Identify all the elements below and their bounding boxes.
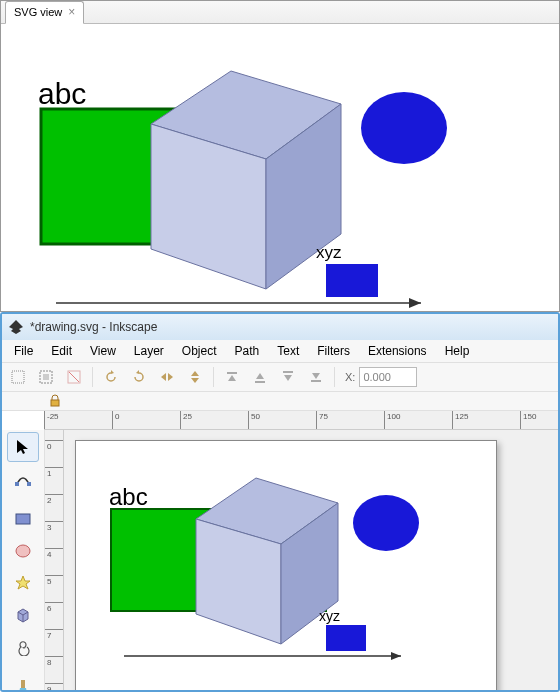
tool-rect[interactable] <box>7 504 39 534</box>
tab-strip: SVG view × <box>1 1 559 24</box>
tool-paint[interactable] <box>7 672 39 692</box>
flip-h-icon[interactable] <box>155 365 179 389</box>
cube <box>151 71 341 289</box>
svg-marker-12 <box>168 373 173 381</box>
lower-icon[interactable] <box>276 365 300 389</box>
rotate-cw-icon[interactable] <box>127 365 151 389</box>
lower-bottom-icon[interactable] <box>304 365 328 389</box>
svg-marker-11 <box>161 373 166 381</box>
svg-marker-10 <box>136 370 139 374</box>
inkscape-icon <box>8 319 24 335</box>
tool-3dbox[interactable] <box>7 600 39 630</box>
svg-marker-17 <box>256 373 264 379</box>
menu-layer[interactable]: Layer <box>126 342 172 360</box>
svg-rect-23 <box>51 400 59 406</box>
svg-rect-34 <box>21 680 25 688</box>
menu-object[interactable]: Object <box>174 342 225 360</box>
ruler-horizontal[interactable]: -25 0 25 50 75 100 125 150 <box>44 411 558 430</box>
select-layer-icon[interactable] <box>34 365 58 389</box>
svg-marker-21 <box>312 373 320 379</box>
toolbar: X: <box>2 363 558 392</box>
tool-node[interactable] <box>7 464 39 494</box>
menubar: File Edit View Layer Object Path Text Fi… <box>2 340 558 363</box>
menu-view[interactable]: View <box>82 342 124 360</box>
svg-page[interactable]: abc xyz <box>75 440 497 692</box>
svg-marker-29 <box>16 576 30 589</box>
svg-marker-16 <box>228 375 236 381</box>
svg-rect-26 <box>27 482 31 486</box>
menu-text[interactable]: Text <box>269 342 307 360</box>
svg-rect-6 <box>43 374 49 380</box>
svg-line-8 <box>69 372 79 382</box>
canvas-area[interactable]: 0 1 2 3 4 5 6 7 8 9 1 abc <box>45 430 558 692</box>
arrow-head <box>409 298 421 308</box>
lock-icon[interactable] <box>48 394 62 408</box>
tool-selector[interactable] <box>7 432 39 462</box>
small-blue-rect[interactable] <box>326 625 366 651</box>
svg-marker-14 <box>191 378 199 383</box>
deselect-icon[interactable] <box>62 365 86 389</box>
arrow-head[interactable] <box>391 652 401 660</box>
label-abc: abc <box>38 77 86 110</box>
menu-file[interactable]: File <box>6 342 41 360</box>
tab-svg-view[interactable]: SVG view × <box>5 1 84 24</box>
select-all-icon[interactable] <box>6 365 30 389</box>
svg-marker-13 <box>191 371 199 376</box>
tool-ellipse[interactable] <box>7 536 39 566</box>
menu-filters[interactable]: Filters <box>309 342 358 360</box>
svg-rect-27 <box>16 514 30 524</box>
rotate-ccw-icon[interactable] <box>99 365 123 389</box>
menu-extensions[interactable]: Extensions <box>360 342 435 360</box>
tab-label: SVG view <box>14 2 62 23</box>
svg-marker-3 <box>9 320 23 334</box>
menu-help[interactable]: Help <box>437 342 478 360</box>
svg-rect-25 <box>15 482 19 486</box>
raise-top-icon[interactable] <box>220 365 244 389</box>
svg-marker-20 <box>284 375 292 381</box>
blue-ellipse[interactable] <box>353 495 419 551</box>
small-blue-rect <box>326 264 378 297</box>
ruler-vertical[interactable]: 0 1 2 3 4 5 6 7 8 9 1 <box>45 430 64 692</box>
svg-marker-9 <box>111 370 114 374</box>
menu-edit[interactable]: Edit <box>43 342 80 360</box>
label-xyz: xyz <box>316 243 342 262</box>
blue-ellipse <box>361 92 447 164</box>
label-abc[interactable]: abc <box>109 483 148 510</box>
tool-spiral[interactable] <box>7 632 39 662</box>
svg-view-pane: SVG view × abc xyz <box>0 0 560 312</box>
menu-path[interactable]: Path <box>227 342 268 360</box>
label-xyz[interactable]: xyz <box>319 608 340 624</box>
toolbox <box>2 430 45 692</box>
svg-canvas-top: abc xyz <box>1 24 559 314</box>
flip-v-icon[interactable] <box>183 365 207 389</box>
svg-rect-4 <box>12 371 24 383</box>
coord-x-label: X: <box>345 371 355 383</box>
coord-x-input[interactable] <box>359 367 417 387</box>
cube[interactable] <box>196 478 338 644</box>
svg-marker-24 <box>17 440 28 454</box>
svg-point-28 <box>16 545 30 557</box>
raise-icon[interactable] <box>248 365 272 389</box>
inkscape-window: *drawing.svg - Inkscape File Edit View L… <box>0 312 560 692</box>
window-title: *drawing.svg - Inkscape <box>30 320 157 334</box>
tool-star[interactable] <box>7 568 39 598</box>
titlebar[interactable]: *drawing.svg - Inkscape <box>2 314 558 340</box>
close-icon[interactable]: × <box>68 2 75 23</box>
